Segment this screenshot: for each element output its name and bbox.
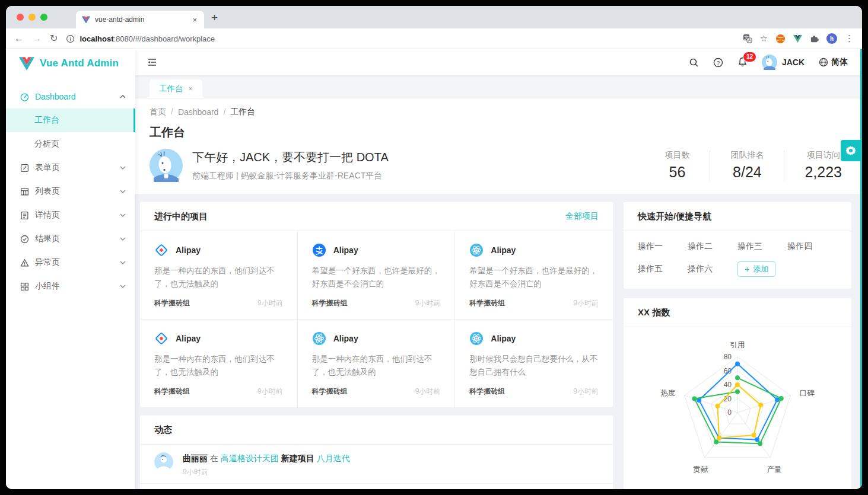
reload-icon[interactable]: ↻ <box>50 34 58 43</box>
extension-vue-icon[interactable] <box>793 35 802 43</box>
search-icon[interactable] <box>689 58 699 68</box>
browser-profile-avatar[interactable]: h <box>826 33 837 44</box>
svg-text:热度: 热度 <box>660 389 675 397</box>
sidebar-item-label: Dashboard <box>35 92 76 101</box>
breadcrumb-home[interactable]: 首页 <box>150 107 178 117</box>
page-tab-label: 工作台 <box>159 84 183 94</box>
close-tab-icon[interactable]: × <box>189 85 193 93</box>
quick-link-4[interactable]: 操作四 <box>787 241 837 252</box>
legend-item[interactable]: c <box>760 487 774 489</box>
sidebar-item-label: 列表页 <box>35 186 60 197</box>
legend-item[interactable]: a <box>702 487 716 489</box>
projects-grid: Alipay 那是一种内在的东西，他们到达不了，也无法触及的 科学搬砖组 9小时… <box>140 231 613 407</box>
notifications-bell[interactable]: 12 <box>737 57 748 68</box>
project-group[interactable]: 科学搬砖组 <box>469 298 505 308</box>
form-icon <box>20 164 29 173</box>
all-projects-link[interactable]: 全部项目 <box>565 211 599 222</box>
menu-fold-icon[interactable] <box>135 58 169 67</box>
svg-text:贡献: 贡献 <box>693 465 708 474</box>
project-card[interactable]: Alipay 希望是一个好东西，也许是最好的，好东西是不会消亡的 科学搬砖组 9… <box>298 231 456 320</box>
sidebar-item-dashboard[interactable]: Dashboard <box>6 85 135 108</box>
chevron-down-icon <box>120 237 126 241</box>
project-group[interactable]: 科学搬砖组 <box>312 387 348 397</box>
help-icon[interactable]: ? <box>713 58 723 68</box>
minimize-window-button[interactable] <box>28 14 36 21</box>
activity-item: 付晓晓 在 高逼格设计天团 发布了 留言 9小时前 <box>140 483 613 489</box>
user-name: JACK <box>782 58 805 67</box>
url-field[interactable]: localhost:8080/#/dashboard/workplace <box>66 34 734 43</box>
breadcrumb-dashboard[interactable]: Dashboard <box>178 107 230 117</box>
activity-user[interactable]: 曲丽丽 <box>183 454 208 463</box>
app-logo[interactable]: Vue Antd Admin <box>6 49 135 78</box>
page-header: 首页 Dashboard 工作台 工作台 下午好，JACK，要不要打一把 DOT… <box>135 98 862 194</box>
sidebar-item-detail[interactable]: 详情页 <box>6 203 135 227</box>
add-button[interactable]: + 添加 <box>737 261 775 277</box>
legend-item[interactable]: b <box>731 487 745 489</box>
radar-card: XX 指数 020406080引用口碑产量贡献热度 abc <box>624 298 851 489</box>
language-label: 简体 <box>831 57 848 68</box>
activity-list: 曲丽丽 在 高逼格设计天团 新建项目 八月迭代 9小时前 <box>140 445 613 489</box>
forward-icon[interactable]: → <box>32 34 42 43</box>
settings-gear-button[interactable] <box>841 140 860 161</box>
app-root: Vue Antd Admin Dashboard 工作台 分析页 <box>6 49 862 489</box>
user-menu[interactable]: JACK <box>762 55 805 70</box>
right-column: 快速开始/便捷导航 操作一 操作二 操作三 操作四 操作五 操作六 + <box>624 202 851 489</box>
new-tab-button[interactable]: + <box>211 12 218 23</box>
project-group[interactable]: 科学搬砖组 <box>154 298 190 308</box>
maximize-window-button[interactable] <box>40 14 47 21</box>
sidebar-item-workplace[interactable]: 工作台 <box>6 108 135 132</box>
activity-target-link[interactable]: 八月迭代 <box>317 454 350 463</box>
translate-icon[interactable]: 文A <box>743 34 752 43</box>
chevron-down-icon <box>120 166 126 170</box>
url-host: localhost <box>80 34 113 43</box>
svg-text:?: ? <box>717 59 720 65</box>
quick-nav-title: 快速开始/便捷导航 <box>638 211 711 222</box>
project-card[interactable]: Alipay 那是一种内在的东西，他们到达不了，也无法触及的 科学搬砖组 9小时… <box>298 320 456 407</box>
vue-logo-icon <box>19 57 34 71</box>
project-group[interactable]: 科学搬砖组 <box>154 387 190 397</box>
project-card[interactable]: Alipay 那是一种内在的东西，他们到达不了，也无法触及的 科学搬砖组 9小时… <box>140 231 298 320</box>
check-circle-icon <box>20 235 29 244</box>
svg-text:A: A <box>748 38 751 42</box>
activity-time: 9小时前 <box>183 467 350 477</box>
browser-menu-icon[interactable]: ⋮ <box>845 33 854 44</box>
sidebar-menu: Dashboard 工作台 分析页 表单页 <box>6 85 135 298</box>
project-card[interactable]: Alipay 希望是一个好东西，也许是最好的，好东西是不会消亡的 科学搬砖组 9… <box>455 231 613 320</box>
sidebar-item-list[interactable]: 列表页 <box>6 180 135 203</box>
quick-link-6[interactable]: 操作六 <box>688 264 737 274</box>
site-info-icon[interactable] <box>66 34 75 43</box>
page-tab-workplace[interactable]: 工作台 × <box>150 79 202 98</box>
sidebar-item-widgets[interactable]: 小组件 <box>6 274 135 298</box>
dashboard-icon <box>20 92 29 101</box>
sidebar-item-label: 表单页 <box>35 162 60 173</box>
project-card[interactable]: Alipay 那时候我只会想自己想要什么，从不想自己拥有什么 科学搬砖组 9小时… <box>455 320 613 407</box>
project-card[interactable]: Alipay 那是一种内在的东西，他们到达不了，也无法触及的 科学搬砖组 9小时… <box>140 320 298 407</box>
projects-card-title: 进行中的项目 <box>154 211 208 222</box>
project-group[interactable]: 科学搬砖组 <box>312 298 348 308</box>
close-window-button[interactable] <box>17 14 24 21</box>
project-group[interactable]: 科学搬砖组 <box>469 387 505 397</box>
quick-link-5[interactable]: 操作五 <box>638 264 688 274</box>
extension-orange-icon[interactable] <box>775 34 786 44</box>
language-switcher[interactable]: 简体 <box>819 57 848 68</box>
user-avatar <box>762 55 777 70</box>
quick-link-3[interactable]: 操作三 <box>737 241 787 252</box>
bookmark-star-icon[interactable]: ☆ <box>760 33 768 44</box>
project-name: Alipay <box>176 334 201 343</box>
stat-value: 56 <box>664 164 689 181</box>
quick-link-1[interactable]: 操作一 <box>638 241 688 252</box>
activity-group-link[interactable]: 高逼格设计天团 <box>221 454 279 463</box>
sidebar-item-exception[interactable]: 异常页 <box>6 251 135 274</box>
page-tabs-bar: 工作台 × <box>135 75 862 98</box>
deer-avatar <box>150 149 183 182</box>
extensions-puzzle-icon[interactable] <box>810 34 819 43</box>
quick-link-2[interactable]: 操作二 <box>688 241 737 252</box>
notification-badge: 12 <box>743 52 756 62</box>
sidebar-item-result[interactable]: 结果页 <box>6 227 135 251</box>
sidebar-item-analysis[interactable]: 分析页 <box>6 132 135 156</box>
browser-tab[interactable]: vue-antd-admin × <box>76 11 204 28</box>
project-time: 9小时前 <box>415 298 441 308</box>
sidebar-item-form[interactable]: 表单页 <box>6 156 135 180</box>
close-tab-icon[interactable]: × <box>191 15 198 24</box>
back-icon[interactable]: ← <box>14 34 24 43</box>
